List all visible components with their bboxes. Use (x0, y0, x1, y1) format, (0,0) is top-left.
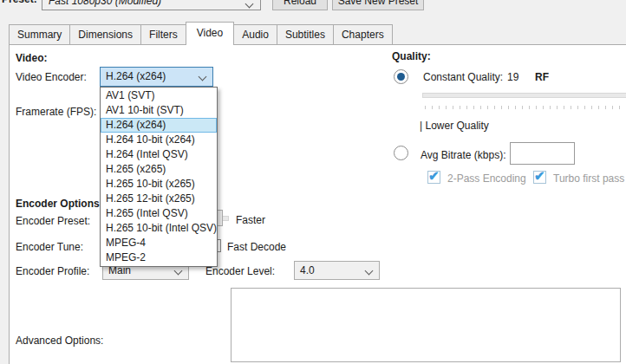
encoder-option-h-264-intel-qsv[interactable]: H.264 (Intel QSV) (101, 147, 217, 162)
encoder-profile-label: Encoder Profile: (16, 265, 89, 277)
slider-tick (460, 106, 460, 109)
avg-bitrate-radio[interactable] (394, 146, 408, 160)
tab-summary[interactable]: Summary (9, 24, 70, 45)
preset-label: Preset: (2, 0, 37, 5)
tab-video[interactable]: Video (186, 22, 234, 45)
quality-section-heading: Quality: (392, 50, 431, 62)
handbrake-video-settings-window: Preset: Fast 1080p30 (Modified) Reload S… (0, 0, 626, 364)
slider-tick (494, 106, 495, 109)
video-encoder-value: H.264 (x264) (106, 70, 166, 82)
slider-tick (598, 106, 599, 109)
slider-tick (577, 106, 578, 109)
advanced-options-label: Advanced Options: (16, 335, 103, 347)
slider-tick (508, 106, 509, 109)
chevron-down-icon (174, 267, 183, 276)
slider-tick (487, 106, 488, 109)
constant-quality-value: 19 (507, 71, 518, 83)
video-section-heading: Video: (16, 52, 47, 64)
slider-tick (557, 106, 558, 109)
tab-subtitles[interactable]: Subtitles (277, 24, 334, 45)
slider-tick (432, 106, 433, 109)
slider-tick (529, 106, 530, 109)
slider-tick (591, 106, 592, 109)
framerate-label: Framerate (FPS): (16, 106, 96, 118)
slider-tick (619, 106, 620, 109)
slider-tick (425, 106, 426, 109)
video-encoder-combobox[interactable]: H.264 (x264) (100, 67, 213, 87)
slider-tick (550, 106, 551, 109)
encoder-option-mpeg-4[interactable]: MPEG-4 (101, 236, 217, 250)
encoder-level-label: Encoder Level: (205, 265, 275, 277)
slider-tick (605, 106, 606, 109)
turbo-first-pass-label: Turbo first pass (553, 172, 624, 185)
slider-tick (584, 106, 585, 109)
tab-strip: SummaryDimensionsFiltersVideoAudioSubtit… (9, 24, 392, 45)
two-pass-label: 2-Pass Encoding (447, 172, 526, 185)
encoder-option-h-265-12-bit-x265[interactable]: H.265 12-bit (x265) (101, 192, 217, 206)
video-encoder-label: Video Encoder: (16, 71, 87, 83)
constant-quality-radio[interactable] (394, 69, 408, 84)
slider-tick (439, 106, 440, 109)
checkmark-icon: ✔ (534, 168, 545, 184)
slider-tick (612, 106, 613, 109)
slider-tick (466, 106, 467, 109)
preset-combobox[interactable]: Fast 1080p30 (Modified) (42, 0, 261, 10)
preset-value: Fast 1080p30 (Modified) (49, 0, 161, 7)
encoder-option-h-265-10-bit-intel-qsv[interactable]: H.265 10-bit (Intel QSV) (101, 221, 217, 236)
encoder-level-value: 4.0 (300, 264, 315, 276)
advanced-options-textarea[interactable] (231, 288, 621, 362)
chevron-down-icon (245, 0, 254, 8)
encoder-preset-value-label: Faster (236, 214, 265, 226)
video-encoder-dropdown-list: AV1 (SVT)AV1 10-bit (SVT)H.264 (x264)H.2… (100, 87, 218, 267)
avg-bitrate-label: Avg Bitrate (kbps): (421, 149, 505, 161)
tab-chapters[interactable]: Chapters (333, 24, 393, 45)
slider-tick (564, 106, 564, 109)
encoder-preset-label: Encoder Preset: (16, 215, 90, 227)
encoder-option-h-265-x265[interactable]: H.265 (x265) (101, 162, 217, 177)
fast-decode-label: Fast Decode (227, 241, 286, 253)
encoder-option-h-265-intel-qsv[interactable]: H.265 (Intel QSV) (101, 206, 217, 221)
slider-tick (473, 106, 474, 109)
slider-tick (446, 106, 447, 109)
encoder-option-av1-10-bit-svt[interactable]: AV1 10-bit (SVT) (101, 103, 217, 118)
encoder-option-h-264-x264[interactable]: H.264 (x264) (101, 118, 217, 133)
avg-bitrate-input[interactable] (510, 142, 575, 165)
chevron-down-icon (199, 73, 207, 81)
tab-dimensions[interactable]: Dimensions (69, 24, 141, 45)
radio-selected-dot-icon (397, 73, 405, 81)
constant-quality-label: Constant Quality: (423, 71, 503, 83)
two-pass-checkbox[interactable]: ✔ (427, 171, 440, 184)
tab-audio[interactable]: Audio (233, 24, 277, 45)
encoder-option-mpeg-2[interactable]: MPEG-2 (101, 250, 217, 265)
constant-quality-unit: RF (535, 71, 549, 83)
slider-tick (515, 106, 516, 109)
reload-button[interactable]: Reload (272, 0, 328, 10)
lower-quality-label: | Lower Quality (420, 120, 489, 132)
slider-tick (543, 106, 544, 109)
encoder-option-h-264-10-bit-x264[interactable]: H.264 10-bit (x264) (101, 133, 217, 147)
slider-tick (571, 106, 571, 109)
tab-filters[interactable]: Filters (140, 24, 186, 45)
save-new-preset-button[interactable]: Save New Preset (332, 0, 424, 10)
encoder-options-heading: Encoder Options: (16, 198, 103, 210)
chevron-down-icon (365, 267, 374, 276)
encoder-level-combobox[interactable]: 4.0 (294, 261, 380, 280)
checkmark-icon: ✔ (428, 168, 440, 184)
slider-tick (522, 106, 523, 109)
slider-tick (480, 106, 481, 109)
slider-tick (501, 106, 502, 109)
encoder-tune-label: Encoder Tune: (16, 241, 83, 253)
encoder-option-h-265-10-bit-x265[interactable]: H.265 10-bit (x265) (101, 177, 217, 192)
encoder-option-av1-svt[interactable]: AV1 (SVT) (101, 88, 217, 103)
slider-tick (453, 106, 453, 109)
slider-tick (536, 106, 537, 109)
quality-slider-track[interactable] (422, 93, 626, 98)
turbo-first-pass-checkbox[interactable]: ✔ (533, 171, 546, 184)
